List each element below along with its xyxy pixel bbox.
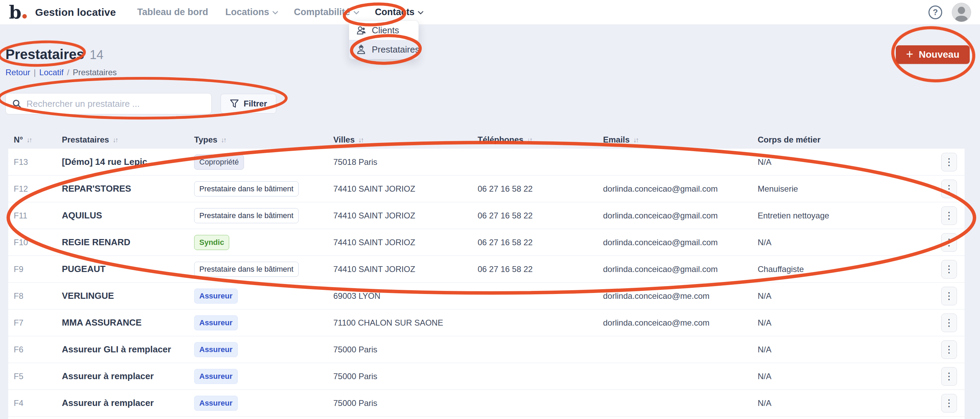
cell-email: dorlinda.conceicao@gmail.com xyxy=(603,184,758,194)
nav-item-comptabilite[interactable]: Comptabilité xyxy=(294,7,358,17)
row-actions-kebab-button[interactable]: ⋮ xyxy=(941,367,957,386)
users-icon xyxy=(356,25,366,35)
type-badge: Assureur xyxy=(194,396,238,411)
avatar[interactable] xyxy=(952,3,971,22)
table-row[interactable]: F11 AQUILUS Prestataire dans le bâtiment… xyxy=(8,202,964,229)
column-header[interactable]: Emails↓↑ xyxy=(603,135,758,144)
page-head-left: Prestataires 14 Retour | Locatif / Prest… xyxy=(5,47,117,77)
row-actions-kebab-button[interactable]: ⋮ xyxy=(941,287,957,305)
cell-number: F9 xyxy=(14,265,62,274)
chevron-down-icon xyxy=(418,9,424,14)
breadcrumb-current: Prestataires xyxy=(73,68,117,77)
help-glyph: ? xyxy=(933,8,938,17)
plus-icon: + xyxy=(906,48,913,60)
column-header[interactable]: Villes↓↑ xyxy=(333,135,477,144)
cell-number: F10 xyxy=(14,238,62,247)
nav-label: Contacts xyxy=(375,7,415,17)
sort-icon[interactable]: ↓↑ xyxy=(527,136,531,144)
cell-city: 69003 LYON xyxy=(333,291,477,301)
cell-city: 75018 Paris xyxy=(333,157,477,167)
cell-city: 74410 SAINT JORIOZ xyxy=(333,238,477,247)
cell-number: F12 xyxy=(14,184,62,194)
table-row[interactable]: F12 REPAR'STORES Prestataire dans le bât… xyxy=(8,176,964,202)
breadcrumb-separator: / xyxy=(67,68,69,77)
cell-phone: 06 27 16 58 22 xyxy=(477,211,603,221)
table-body: F13 [Démo] 14 rue Lepic Copropriété 7501… xyxy=(8,149,964,417)
cell-number: F7 xyxy=(14,318,62,328)
avatar-silhouette-icon xyxy=(952,3,971,22)
type-badge: Syndic xyxy=(194,235,229,250)
menu-item-prestataires[interactable]: Prestataires xyxy=(349,40,418,59)
row-actions-kebab-button[interactable]: ⋮ xyxy=(941,340,957,359)
cell-city: 71100 CHALON SUR SAONE xyxy=(333,318,477,328)
toolbar: Filtrer xyxy=(5,93,980,114)
nav-item-locations[interactable]: Locations xyxy=(226,7,277,17)
row-actions-kebab-button[interactable]: ⋮ xyxy=(941,206,957,225)
cell-trade: N/A xyxy=(758,398,934,408)
cell-number: F13 xyxy=(14,157,62,167)
brand-logo[interactable]: b xyxy=(9,3,27,21)
page-title: Prestataires xyxy=(5,47,84,62)
type-badge: Assureur xyxy=(194,369,238,384)
cell-provider-name: REGIE RENARD xyxy=(62,237,194,248)
cell-phone: 06 27 16 58 22 xyxy=(477,184,603,194)
table-row[interactable]: F7 MMA ASSURANCE Assureur 71100 CHALON S… xyxy=(8,309,964,336)
cell-city: 75000 Paris xyxy=(333,398,477,408)
cell-city: 74410 SAINT JORIOZ xyxy=(333,211,477,221)
row-actions-kebab-button[interactable]: ⋮ xyxy=(941,260,957,279)
cell-number: F4 xyxy=(14,398,62,408)
nav-label: Comptabilité xyxy=(294,7,350,17)
record-count: 14 xyxy=(90,48,103,62)
row-actions-kebab-button[interactable]: ⋮ xyxy=(941,314,957,332)
sort-icon[interactable]: ↓↑ xyxy=(358,136,363,144)
cell-phone: 06 27 16 58 22 xyxy=(477,265,603,274)
column-header[interactable]: Types↓↑ xyxy=(194,135,333,144)
row-actions-kebab-button[interactable]: ⋮ xyxy=(941,394,957,413)
menu-item-clients[interactable]: Clients xyxy=(349,21,418,40)
sort-icon[interactable]: ↓↑ xyxy=(112,136,117,144)
nav-label: Locations xyxy=(226,7,269,17)
cell-provider-name: REPAR'STORES xyxy=(62,183,194,194)
column-header[interactable]: Téléphones↓↑ xyxy=(477,135,603,144)
cell-city: 74410 SAINT JORIOZ xyxy=(333,184,477,194)
row-actions-kebab-button[interactable]: ⋮ xyxy=(941,233,957,252)
cell-trade: N/A xyxy=(758,238,934,247)
search-icon xyxy=(12,99,22,108)
cell-trade: N/A xyxy=(758,345,934,354)
type-badge: Prestataire dans le bâtiment xyxy=(194,262,299,277)
table-row[interactable]: F5 Assureur à remplacer Assureur 75000 P… xyxy=(8,363,964,390)
sort-icon[interactable]: ↓↑ xyxy=(27,136,31,144)
new-button-label: Nouveau xyxy=(919,49,959,60)
column-header[interactable]: N°↓↑ xyxy=(14,135,62,144)
row-actions-kebab-button[interactable]: ⋮ xyxy=(941,179,957,198)
search-input[interactable] xyxy=(27,98,205,109)
table-row[interactable]: F8 VERLINGUE Assureur 69003 LYON dorlind… xyxy=(8,283,964,309)
cell-trade: N/A xyxy=(758,318,934,328)
table-row[interactable]: F4 Assureur à remplacer Assureur 75000 P… xyxy=(8,390,964,417)
row-actions-kebab-button[interactable]: ⋮ xyxy=(941,153,957,171)
cell-provider-name: Assureur à remplacer xyxy=(62,371,194,382)
filter-button[interactable]: Filtrer xyxy=(221,94,276,114)
sort-icon[interactable]: ↓↑ xyxy=(633,136,638,144)
table-row[interactable]: F9 PUGEAUT Prestataire dans le bâtiment … xyxy=(8,256,964,283)
nav-label: Tableau de bord xyxy=(137,7,208,17)
cell-trade: N/A xyxy=(758,291,934,301)
table-row[interactable]: F6 Assureur GLI à remplacer Assureur 750… xyxy=(8,336,964,363)
breadcrumb-separator: | xyxy=(34,68,36,77)
nav-item-tableau-de-bord[interactable]: Tableau de bord xyxy=(137,7,208,17)
nav-item-contacts[interactable]: Contacts xyxy=(375,7,422,17)
breadcrumb-back-link[interactable]: Retour xyxy=(5,68,30,77)
column-header[interactable]: Prestataires↓↑ xyxy=(62,135,194,144)
cell-provider-name: Assureur GLI à remplacer xyxy=(62,344,194,355)
table-row[interactable]: F13 [Démo] 14 rue Lepic Copropriété 7501… xyxy=(8,149,964,176)
table-row[interactable]: F10 REGIE RENARD Syndic 74410 SAINT JORI… xyxy=(8,229,964,256)
cell-number: F5 xyxy=(14,371,62,381)
breadcrumb-section-link[interactable]: Locatif xyxy=(39,68,64,77)
type-badge: Assureur xyxy=(194,342,238,357)
app-title: Gestion locative xyxy=(35,6,116,18)
sort-icon[interactable]: ↓↑ xyxy=(221,136,226,144)
cell-number: F6 xyxy=(14,345,62,354)
cell-provider-name: Assureur à remplacer xyxy=(62,398,194,408)
new-button[interactable]: + Nouveau xyxy=(896,45,970,64)
help-icon[interactable]: ? xyxy=(929,5,942,19)
